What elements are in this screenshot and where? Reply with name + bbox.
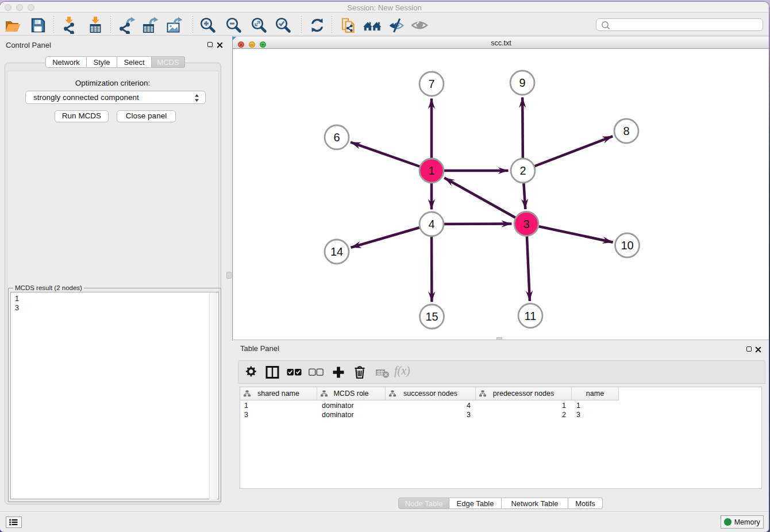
svg-text:3: 3 xyxy=(523,218,529,230)
svg-text:2: 2 xyxy=(519,164,526,177)
svg-text:9: 9 xyxy=(519,76,525,89)
svg-text:8: 8 xyxy=(623,125,629,137)
svg-text:1: 1 xyxy=(428,164,434,177)
svg-text:11: 11 xyxy=(525,310,537,322)
svg-text:10: 10 xyxy=(621,239,633,252)
svg-text:15: 15 xyxy=(425,310,438,323)
svg-text:4: 4 xyxy=(428,218,434,230)
svg-text:7: 7 xyxy=(428,78,434,90)
svg-text:14: 14 xyxy=(330,245,343,258)
svg-text:6: 6 xyxy=(333,131,340,144)
